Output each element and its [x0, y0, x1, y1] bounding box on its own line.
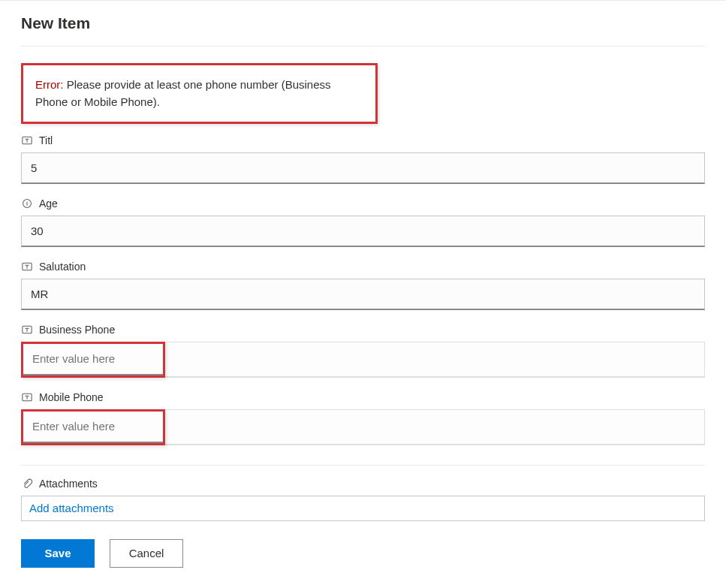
number-field-icon	[21, 198, 33, 210]
field-salutation-label: Salutation	[39, 261, 86, 273]
field-business-phone-label-row: Business Phone	[21, 324, 705, 336]
field-mobile-phone-label-row: Mobile Phone	[21, 391, 705, 403]
mobile-phone-input[interactable]	[23, 412, 163, 443]
error-banner: Error: Please provide at least one phone…	[21, 63, 378, 124]
age-input[interactable]	[21, 216, 705, 247]
salutation-input[interactable]	[21, 279, 705, 310]
field-mobile-phone-label: Mobile Phone	[39, 391, 104, 403]
field-age-label-row: Age	[21, 198, 705, 210]
title-divider	[21, 46, 705, 47]
page-title: New Item	[21, 14, 705, 32]
business-phone-input[interactable]	[23, 344, 163, 375]
section-divider	[21, 465, 705, 466]
field-title: Titl	[21, 134, 705, 184]
attachment-icon	[21, 478, 33, 490]
text-field-icon	[21, 261, 33, 273]
field-title-label-row: Titl	[21, 134, 705, 146]
field-attachments-label: Attachments	[39, 478, 98, 490]
attachments-input[interactable]	[21, 496, 705, 521]
field-business-phone-label: Business Phone	[39, 324, 115, 336]
field-salutation-label-row: Salutation	[21, 261, 705, 273]
field-age: Age	[21, 198, 705, 247]
field-title-label: Titl	[39, 134, 53, 146]
text-field-icon	[21, 324, 33, 336]
text-field-icon	[21, 134, 33, 146]
error-message: Please provide at least one phone number…	[35, 78, 331, 108]
mobile-phone-highlight	[21, 409, 165, 445]
error-label: Error:	[35, 78, 64, 91]
field-salutation: Salutation	[21, 261, 705, 310]
business-phone-highlight	[21, 342, 165, 378]
button-row: Save Cancel	[21, 539, 705, 571]
mobile-phone-input-remainder[interactable]	[165, 409, 705, 445]
field-attachments: Attachments	[21, 478, 705, 521]
field-age-label: Age	[39, 198, 58, 210]
field-business-phone: Business Phone	[21, 324, 705, 378]
field-attachments-label-row: Attachments	[21, 478, 705, 490]
cancel-button[interactable]: Cancel	[110, 539, 183, 568]
title-input[interactable]	[21, 152, 705, 184]
text-field-icon	[21, 391, 33, 403]
business-phone-input-remainder[interactable]	[165, 342, 705, 378]
field-mobile-phone: Mobile Phone	[21, 391, 705, 445]
save-button[interactable]: Save	[21, 539, 95, 568]
